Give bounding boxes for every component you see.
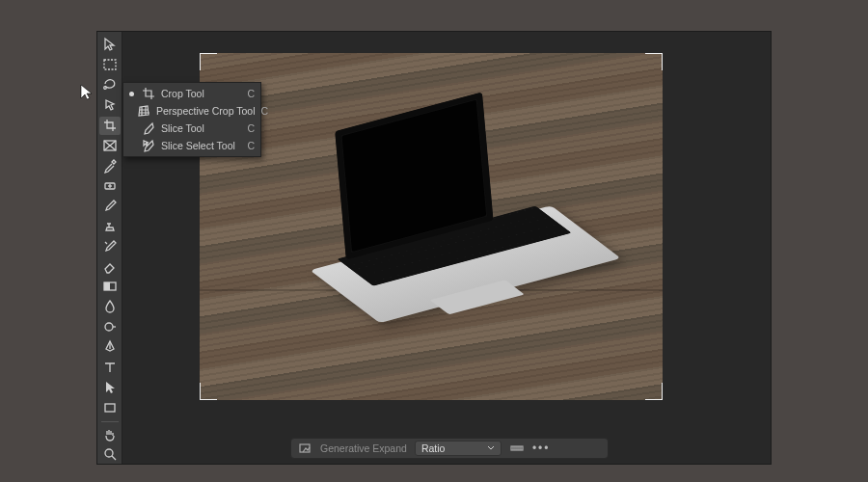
generative-expand-icon[interactable]: [297, 441, 312, 456]
svg-point-14: [105, 449, 113, 457]
svg-line-15: [112, 456, 116, 460]
flyout-shortcut: C: [247, 140, 255, 151]
toolbar-separator: [101, 421, 119, 422]
move-tool[interactable]: [99, 36, 121, 54]
app-window: Crop Tool C Perspective Crop Tool C Slic…: [96, 31, 772, 465]
tools-panel: [97, 32, 122, 464]
dodge-tool[interactable]: [99, 318, 121, 336]
active-indicator-icon: [129, 126, 134, 131]
history-brush-tool[interactable]: [99, 237, 121, 255]
slice-select-icon: [142, 139, 155, 152]
clone-stamp-tool[interactable]: [99, 217, 121, 235]
svg-rect-13: [105, 404, 115, 412]
flyout-label: Slice Tool: [161, 122, 241, 134]
slice-icon: [142, 121, 155, 135]
ratio-value: Ratio: [421, 442, 446, 454]
flyout-shortcut: C: [247, 88, 255, 99]
crop-icon: [142, 87, 155, 100]
svg-point-10: [105, 323, 113, 331]
eraser-tool[interactable]: [99, 257, 121, 276]
crop-tool-flyout: Crop Tool C Perspective Crop Tool C Slic…: [122, 82, 261, 157]
flyout-item-slice[interactable]: Slice Tool C: [123, 120, 260, 137]
chevron-down-icon: [487, 444, 495, 452]
svg-rect-16: [300, 444, 310, 452]
flyout-item-slice-select[interactable]: Slice Select Tool C: [123, 137, 260, 154]
hand-tool[interactable]: [99, 425, 121, 443]
eyedropper-tool[interactable]: [99, 156, 121, 174]
lasso-tool[interactable]: [99, 76, 121, 94]
generative-expand-label: Generative Expand: [320, 442, 407, 454]
svg-rect-0: [104, 60, 116, 69]
flyout-item-crop[interactable]: Crop Tool C: [123, 85, 260, 102]
document-canvas[interactable]: [200, 53, 663, 400]
svg-point-1: [103, 87, 106, 90]
flyout-shortcut: C: [247, 122, 255, 134]
ratio-dropdown[interactable]: Ratio: [415, 441, 502, 456]
marquee-tool[interactable]: [99, 56, 121, 74]
crop-options-bar: Generative Expand Ratio •••: [290, 438, 609, 459]
path-select-tool[interactable]: [99, 378, 121, 396]
flyout-item-perspective-crop[interactable]: Perspective Crop Tool C: [123, 102, 260, 120]
perspective-crop-icon: [137, 104, 150, 118]
flyout-label: Perspective Crop Tool: [156, 105, 256, 117]
blur-tool[interactable]: [99, 298, 121, 316]
active-indicator-icon: [129, 92, 134, 96]
pen-tool[interactable]: [99, 338, 121, 357]
rectangle-tool[interactable]: [99, 398, 121, 416]
svg-rect-9: [104, 282, 110, 290]
flyout-label: Crop Tool: [161, 88, 241, 99]
more-options-button[interactable]: •••: [532, 442, 551, 455]
flyout-shortcut: C: [261, 105, 269, 117]
flyout-label: Slice Select Tool: [161, 140, 241, 151]
type-tool[interactable]: [99, 359, 121, 377]
cursor-icon: [80, 84, 94, 101]
straighten-icon[interactable]: [509, 441, 525, 456]
active-indicator-icon: [129, 144, 134, 148]
crop-tool[interactable]: [99, 117, 121, 135]
gradient-tool[interactable]: [99, 278, 121, 296]
quick-select-tool[interactable]: [99, 96, 121, 115]
brush-tool[interactable]: [99, 197, 121, 215]
healing-brush-tool[interactable]: [99, 176, 121, 195]
zoom-tool[interactable]: [99, 445, 121, 464]
frame-tool[interactable]: [99, 137, 121, 155]
